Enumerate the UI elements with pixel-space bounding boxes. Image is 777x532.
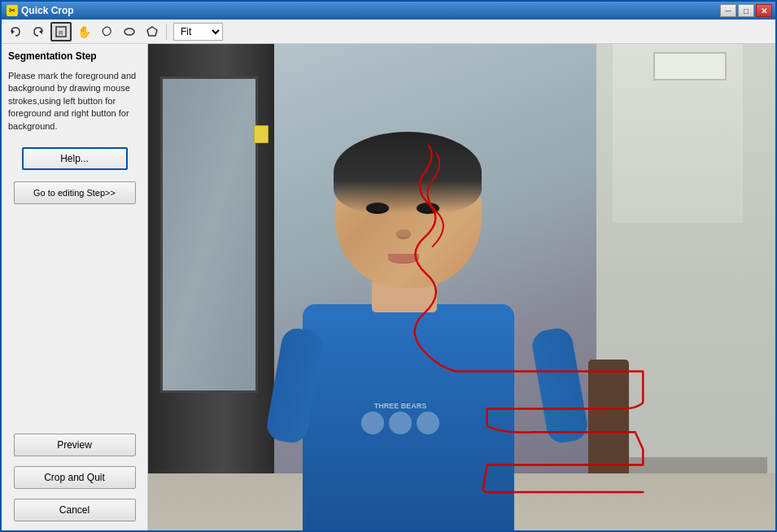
lasso-button[interactable] (96, 22, 117, 41)
furniture (588, 360, 629, 482)
child-mouth (388, 254, 419, 264)
toolbar-separator (166, 24, 167, 40)
select-rect-button[interactable]: R (50, 22, 72, 41)
image-area[interactable]: THREE BEARS (148, 44, 775, 530)
door-panel (160, 76, 258, 393)
shirt-text-area: THREE BEARS (327, 386, 474, 451)
redo-button[interactable] (28, 22, 49, 41)
crop-quit-button[interactable]: Crop and Quit (14, 466, 136, 489)
door-sticker (254, 125, 268, 143)
child-hair (334, 132, 482, 213)
step-description: Please mark the foreground and backgroun… (8, 70, 141, 133)
svg-marker-5 (147, 27, 157, 36)
svg-marker-0 (11, 29, 15, 34)
main-content: Segmentation Step Please mark the foregr… (2, 44, 775, 530)
svg-text:R: R (59, 29, 63, 37)
cancel-button[interactable]: Cancel (14, 499, 136, 521)
zoom-select-wrap: Fit 25% 50% 75% 100% 150% 200% (173, 23, 223, 41)
close-button[interactable]: ✕ (756, 4, 772, 17)
main-window: ✂ Quick Crop ─ □ ✕ R (0, 0, 777, 532)
app-icon: ✂ (7, 5, 18, 16)
title-bar-title: ✂ Quick Crop (7, 5, 74, 16)
sidebar-spacer (8, 212, 141, 426)
maximize-button[interactable]: □ (738, 4, 754, 17)
polygon-button[interactable] (142, 22, 163, 41)
svg-marker-1 (39, 29, 42, 34)
svg-point-4 (124, 28, 134, 35)
help-button[interactable]: Help... (22, 147, 128, 170)
hand-tool-button[interactable]: ✋ (73, 22, 94, 41)
child-eye-right (417, 203, 439, 214)
toolbar: R ✋ Fit 25% 50% 75% (2, 20, 775, 44)
undo-button[interactable] (5, 22, 26, 41)
window-title: Quick Crop (21, 5, 74, 16)
ellipse-button[interactable] (119, 22, 140, 41)
minimize-button[interactable]: ─ (720, 4, 736, 17)
zoom-select[interactable]: Fit 25% 50% 75% 100% 150% 200% (173, 23, 223, 41)
title-controls: ─ □ ✕ (720, 4, 772, 17)
sidebar: Segmentation Step Please mark the foregr… (2, 44, 148, 530)
child-eye-left (366, 203, 389, 214)
child-nose (396, 229, 411, 239)
title-bar: ✂ Quick Crop ─ □ ✕ (2, 2, 775, 20)
wall-window (653, 52, 727, 81)
preview-button[interactable]: Preview (14, 434, 136, 456)
goto-editing-button[interactable]: Go to editing Step>> (14, 181, 136, 204)
step-title: Segmentation Step (8, 50, 141, 62)
